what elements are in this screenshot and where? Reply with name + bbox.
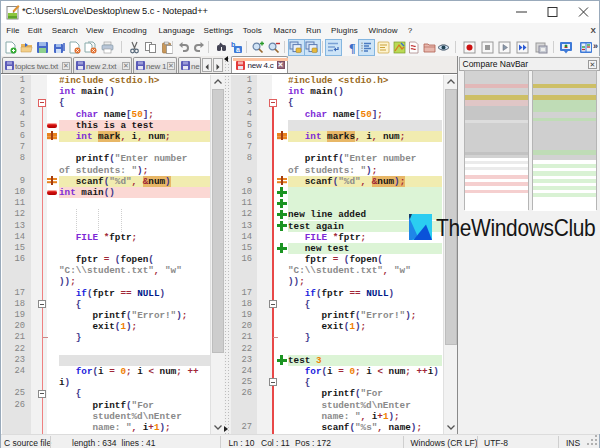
svg-text:a: a xyxy=(236,46,240,53)
svg-text:¶: ¶ xyxy=(349,41,355,54)
